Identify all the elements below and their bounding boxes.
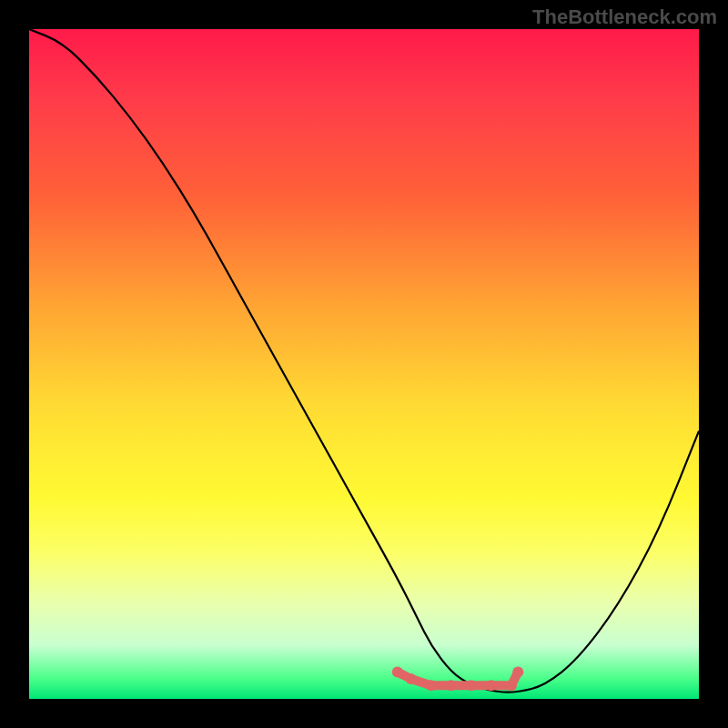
chart-plot-area — [29, 29, 699, 699]
watermark-text: TheBottleneck.com — [532, 5, 717, 29]
marker-dot — [446, 680, 457, 691]
marker-dot — [506, 680, 517, 691]
marker-dot — [426, 680, 437, 691]
marker-dot — [512, 667, 523, 678]
marker-dot — [466, 680, 477, 691]
marker-dot — [392, 667, 403, 678]
bottleneck-curve-line — [29, 29, 699, 693]
chart-svg — [29, 29, 699, 699]
marker-dot — [406, 673, 417, 684]
marker-group — [392, 667, 523, 692]
marker-dot — [486, 680, 497, 691]
